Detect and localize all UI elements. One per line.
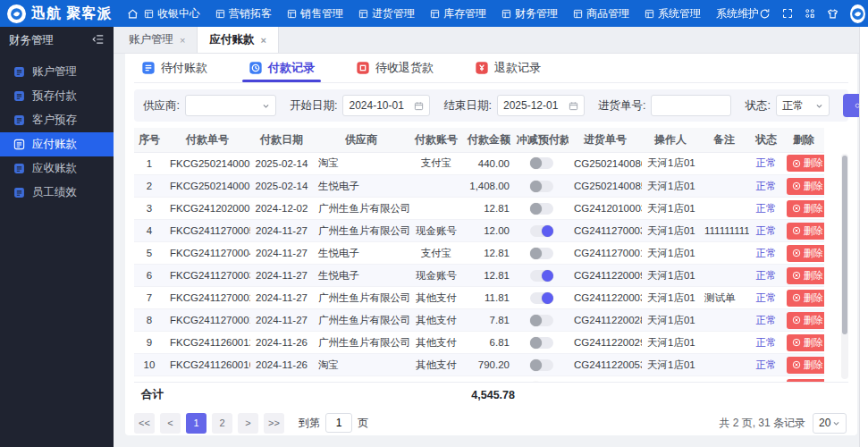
close-icon[interactable]: ×: [180, 35, 185, 46]
delete-button[interactable]: 删除: [787, 178, 824, 195]
delete-button[interactable]: 删除: [787, 357, 824, 374]
topnav-item[interactable]: 销售管理: [287, 6, 343, 21]
sidebar-title: 财务管理: [9, 33, 54, 48]
status-select[interactable]: 正常: [776, 95, 830, 116]
offset-prepay-toggle[interactable]: [530, 181, 553, 192]
topbar: 迅航 聚客派 收银中心营销拓客销售管理进货管理库存管理财务管理商品管理系统管理系…: [0, 0, 868, 27]
sub-tab[interactable]: 付款记录: [249, 54, 315, 82]
offset-prepay-toggle[interactable]: [530, 225, 553, 237]
delete-button[interactable]: 删除: [787, 312, 824, 329]
offset-prepay-toggle[interactable]: [530, 359, 553, 371]
column-header: 付款金额: [463, 128, 515, 152]
window-tab[interactable]: 应付账款×: [198, 27, 278, 53]
theme-shirt-icon[interactable]: [827, 8, 839, 20]
page-scrollbar[interactable]: [859, 27, 868, 447]
supplier-select[interactable]: [185, 95, 276, 116]
page-size-select[interactable]: 20: [813, 413, 847, 434]
sidebar: 财务管理 账户管理预存付款客户预存应付账款应收账款员工绩效: [0, 27, 114, 447]
offset-prepay-toggle[interactable]: [530, 292, 553, 304]
cell: FKCG2502140001: [164, 175, 250, 198]
topnav-item[interactable]: 系统维护: [716, 6, 759, 21]
content-card: 待付账款付款记录待收退货款退款记录 供应商: 开始日期: 2024-10-01: [125, 54, 857, 435]
module-icon: [215, 9, 225, 19]
offset-prepay-toggle[interactable]: [530, 270, 553, 282]
home-icon[interactable]: [127, 8, 139, 20]
goto-page-input[interactable]: [325, 413, 352, 433]
cell: CG2411270003: [569, 220, 642, 242]
topnav-item[interactable]: 系统管理: [645, 6, 701, 21]
main-area: 账户管理×应付账款× 待付账款付款记录待收退货款退款记录 供应商: 开始日期:: [114, 27, 868, 447]
column-header: 冲减预付款: [515, 128, 569, 152]
page-number-button[interactable]: 2: [212, 413, 232, 434]
end-date-input[interactable]: 2025-12-01: [497, 95, 585, 116]
sidebar-item[interactable]: 客户预存: [0, 108, 114, 132]
cell: CG2411220028: [569, 309, 642, 332]
delete-button[interactable]: 删除: [787, 267, 824, 284]
topnav-item[interactable]: 财务管理: [501, 6, 558, 21]
topnav-item[interactable]: 收银中心: [144, 6, 200, 21]
last-page-button[interactable]: >>: [264, 413, 284, 434]
table-scrollbar[interactable]: [841, 154, 848, 379]
delete-button[interactable]: 删除: [787, 223, 824, 240]
topnav-item[interactable]: 商品管理: [573, 6, 629, 21]
cell: CG2411270001: [569, 242, 642, 265]
delete-button[interactable]: 删除: [787, 245, 824, 262]
delete-button[interactable]: 删除: [787, 155, 824, 172]
fullscreen-icon[interactable]: [782, 8, 793, 19]
module-icon: [144, 9, 154, 19]
cell: 6: [134, 265, 164, 287]
cell: 2024-11-27: [250, 309, 313, 332]
offset-prepay-toggle[interactable]: [530, 315, 553, 326]
po-number-input[interactable]: [651, 95, 731, 116]
offset-prepay-toggle[interactable]: [530, 248, 553, 259]
cell: FKCG2502140002: [164, 153, 250, 175]
delete-icon: [792, 293, 801, 302]
offset-prepay-toggle[interactable]: [530, 157, 553, 169]
first-page-button[interactable]: <<: [134, 413, 155, 434]
offset-prepay-toggle[interactable]: [530, 203, 553, 215]
prev-page-button[interactable]: <: [160, 413, 181, 434]
offset-prepay-toggle[interactable]: [530, 337, 553, 349]
sub-tab[interactable]: 待收退货款: [356, 54, 434, 82]
cell: 天河1店01: [642, 198, 699, 220]
topnav-item[interactable]: 库存管理: [430, 6, 486, 21]
status-badge: 正常: [756, 225, 777, 236]
sidebar-item[interactable]: 应收账款: [0, 156, 114, 181]
cell: FKCG2411270001: [164, 309, 250, 332]
sidebar-item[interactable]: 应付账款: [0, 132, 114, 156]
cell: 9: [134, 332, 164, 354]
sub-tab[interactable]: 待付账款: [141, 54, 207, 82]
start-date-input[interactable]: 2024-10-01: [342, 95, 430, 116]
cell: 5: [134, 242, 164, 265]
table-row: 2FKCG25021400012025-02-14生悦电子1,408.00CG2…: [134, 175, 824, 198]
cell: 广州生鱼片有限公司: [313, 287, 409, 309]
sidebar-item[interactable]: 员工绩效: [0, 181, 114, 205]
next-page-button[interactable]: >: [238, 413, 258, 434]
user-avatar: [850, 4, 865, 23]
user-menu[interactable]: 天河1店 01: [850, 0, 868, 31]
table-scrollbar-thumb[interactable]: [842, 156, 847, 334]
topnav-item[interactable]: 营销拓客: [215, 6, 272, 21]
delete-icon: [792, 338, 801, 347]
delete-button[interactable]: 删除: [787, 200, 824, 217]
refresh-icon[interactable]: [759, 8, 771, 20]
sidebar-collapse-icon[interactable]: [92, 33, 105, 48]
sidebar-item[interactable]: 预存付款: [0, 84, 114, 108]
window-tab[interactable]: 账户管理×: [117, 27, 198, 53]
sub-tab[interactable]: 退款记录: [475, 54, 541, 82]
column-header: 付款账号: [409, 128, 463, 152]
page-number-button[interactable]: 1: [186, 413, 206, 434]
calendar-icon: [414, 101, 424, 111]
delete-button[interactable]: 删除: [787, 290, 824, 307]
cell: 测试单: [699, 287, 749, 309]
close-icon[interactable]: ×: [260, 35, 265, 46]
delete-button[interactable]: 删除: [787, 334, 824, 351]
cell: [699, 175, 749, 198]
cell: 2: [134, 175, 164, 198]
cell: FKCG2412020001: [164, 198, 250, 220]
apps-icon[interactable]: [805, 8, 815, 19]
topnav-item[interactable]: 进货管理: [358, 6, 415, 21]
cell: 现金账号: [409, 220, 463, 242]
cell: [699, 309, 749, 332]
sidebar-item[interactable]: 账户管理: [0, 60, 114, 84]
